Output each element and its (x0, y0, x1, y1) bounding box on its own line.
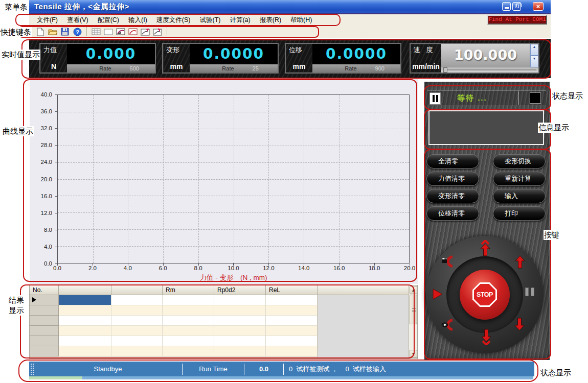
control-button-6[interactable]: 位移清零 (426, 206, 479, 221)
table-cell[interactable] (59, 305, 111, 316)
toolbar-separator (86, 27, 87, 36)
table-cell[interactable] (214, 316, 266, 326)
speed-value[interactable]: 100.000 (441, 44, 530, 67)
close-button[interactable]: × (533, 2, 544, 11)
down-arrow-icon[interactable] (514, 318, 525, 333)
y-tick-label: 4.0 (44, 244, 52, 250)
restore-button[interactable] (512, 2, 521, 11)
curve-dark-icon[interactable] (116, 27, 126, 36)
table-cell[interactable] (59, 336, 111, 346)
table-cell[interactable] (163, 336, 214, 346)
table-cell[interactable] (266, 346, 318, 356)
lower-clamp-icon[interactable] (441, 318, 457, 334)
speed-down-button[interactable]: ▼ (530, 56, 538, 67)
menu-item-3[interactable]: 输入(I) (124, 14, 152, 25)
run-icon[interactable] (432, 288, 443, 302)
table-cell[interactable] (214, 305, 266, 316)
speed-up-button[interactable]: ▲ (530, 44, 538, 56)
table-cell[interactable] (214, 326, 266, 336)
curve-icon[interactable] (128, 27, 138, 36)
table-cell[interactable] (30, 295, 59, 305)
control-button-5[interactable]: 输入 (493, 189, 546, 203)
speed-slider-thumb[interactable] (443, 67, 447, 73)
table-cell[interactable] (30, 305, 59, 316)
table-cell[interactable] (59, 295, 111, 305)
table-cell[interactable] (111, 326, 163, 336)
stop-indicator-icon (530, 92, 541, 104)
table-cell[interactable] (59, 346, 111, 356)
grid-icon[interactable] (91, 27, 101, 36)
table-cell[interactable] (30, 346, 59, 356)
column-header-Rp0d2[interactable]: Rp0d2 (214, 285, 266, 295)
table-cell[interactable] (163, 326, 214, 336)
scrollbar-thumb[interactable] (410, 295, 417, 324)
column-header-No.[interactable]: No. (30, 285, 59, 295)
table-cell[interactable] (111, 346, 163, 356)
table-cell[interactable] (163, 316, 214, 326)
hold-pause-icon[interactable] (525, 288, 534, 296)
speed-slider[interactable] (441, 67, 538, 73)
table-cell[interactable] (266, 295, 318, 305)
menu-item-2[interactable]: 配置(C) (93, 14, 124, 25)
menu-item-5[interactable]: 试验(T) (195, 14, 225, 25)
curve-export-icon[interactable] (140, 27, 150, 36)
control-button-3[interactable]: 重新计算 (493, 172, 546, 186)
table-cell[interactable] (214, 346, 266, 356)
column-header-Rm[interactable]: Rm (163, 285, 214, 295)
new-file-icon[interactable] (35, 27, 46, 36)
pause-icon[interactable] (429, 92, 441, 105)
table-cell[interactable] (266, 336, 318, 346)
table-scrollbar[interactable]: ▲ ▼ (409, 285, 417, 358)
table-cell[interactable] (214, 336, 266, 346)
column-header-2[interactable] (111, 285, 163, 295)
menu-item-1[interactable]: 查看(V) (62, 14, 93, 25)
table-cell[interactable] (111, 336, 163, 346)
upper-clamp-icon[interactable] (441, 254, 457, 271)
x-tick-label: 12.0 (263, 265, 274, 271)
fast-down-arrow-icon[interactable] (480, 329, 492, 347)
column-header-1[interactable] (59, 285, 111, 295)
table-cell[interactable] (266, 305, 318, 316)
menu-item-0[interactable]: 文件(F) (32, 14, 62, 25)
table-cell[interactable] (30, 336, 59, 346)
table-cell[interactable] (59, 316, 111, 326)
table-cell[interactable] (30, 316, 59, 326)
open-file-icon[interactable] (48, 27, 58, 36)
speed-slider-track (443, 69, 536, 71)
minimize-button[interactable] (502, 2, 511, 11)
fast-up-arrow-icon[interactable] (479, 240, 491, 258)
control-button-4[interactable]: 变形清零 (426, 189, 479, 203)
table-cell[interactable] (163, 346, 214, 356)
table-cell[interactable] (111, 316, 163, 326)
curve-import-icon[interactable] (152, 27, 163, 36)
control-button-7[interactable]: 打印 (493, 206, 546, 221)
control-button-0[interactable]: 全清零 (426, 154, 479, 169)
scroll-down-icon[interactable]: ▼ (410, 350, 417, 358)
up-arrow-icon[interactable] (515, 255, 525, 271)
table-cell[interactable] (30, 326, 59, 336)
table-cell[interactable] (163, 295, 214, 305)
menu-item-7[interactable]: 报表(R) (255, 14, 286, 25)
table-cell[interactable] (111, 295, 163, 305)
table-cell[interactable] (163, 305, 214, 316)
chart-plot-area[interactable] (57, 94, 410, 264)
menu-item-6[interactable]: 计算(a) (225, 14, 255, 25)
menu-item-8[interactable]: 帮助(H) (286, 14, 316, 25)
table-cell[interactable] (266, 316, 318, 326)
restore-icon (515, 5, 519, 8)
menu-item-4[interactable]: 速度文件(S) (152, 14, 195, 25)
table-cell[interactable] (59, 326, 111, 336)
column-header-ReL[interactable]: ReL (266, 285, 318, 295)
table-cell[interactable] (266, 326, 318, 336)
window-icon[interactable] (103, 27, 114, 36)
save-icon[interactable] (60, 27, 70, 36)
table-cell[interactable] (214, 295, 266, 305)
title-bar[interactable]: Tensile 拉伸，<金属拉伸> × (29, 0, 551, 14)
stop-button[interactable]: STOP (460, 270, 510, 320)
scroll-up-icon[interactable]: ▲ (410, 286, 417, 294)
help-icon[interactable]: ? (72, 27, 82, 36)
control-button-2[interactable]: 力值清零 (426, 172, 479, 186)
table-cell[interactable] (111, 305, 163, 316)
control-button-1[interactable]: 变形切换 (493, 154, 546, 169)
deformation-label: 变形 (166, 45, 179, 55)
